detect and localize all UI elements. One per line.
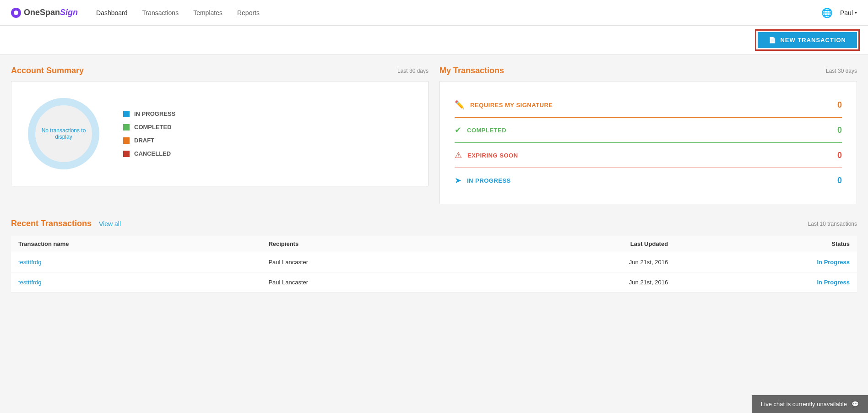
- account-summary-section: Account Summary Last 30 days No transact…: [11, 66, 429, 204]
- recent-transactions-title: Recent Transactions: [11, 219, 92, 228]
- legend: IN PROGRESS COMPLETED DRAFT CANCELL: [123, 110, 175, 157]
- header: OneSpanSign Dashboard Transactions Templ…: [0, 0, 868, 26]
- globe-icon[interactable]: 🌐: [821, 7, 833, 18]
- svg-rect-1: [123, 111, 130, 117]
- tx-recipients-cell: Paul Lancaster: [261, 272, 469, 293]
- legend-completed: COMPLETED: [123, 124, 175, 130]
- svg-rect-2: [123, 124, 130, 130]
- tx-recipients-cell: Paul Lancaster: [261, 252, 469, 272]
- view-all-link[interactable]: View all: [99, 220, 121, 228]
- donut-label: No transactions to display: [41, 127, 87, 140]
- col-status: Status: [675, 236, 857, 252]
- svg-rect-3: [123, 137, 130, 144]
- tx-row-in-progress[interactable]: ➤ IN PROGRESS 0: [455, 168, 842, 193]
- legend-in-progress-label: IN PROGRESS: [134, 110, 175, 117]
- tx-expiring-label: EXPIRING SOON: [467, 152, 518, 159]
- recent-title-row: Recent Transactions View all: [11, 219, 121, 228]
- nav-reports[interactable]: Reports: [237, 1, 260, 25]
- legend-in-progress: IN PROGRESS: [123, 110, 175, 117]
- logo-icon: [11, 8, 21, 18]
- send-icon: ➤: [455, 175, 461, 185]
- my-transactions-subtitle: Last 30 days: [826, 68, 857, 74]
- cancelled-dot-icon: [123, 151, 130, 157]
- status-badge: In Progress: [817, 279, 850, 286]
- tx-name-cell: testttfrdg: [11, 252, 261, 272]
- tx-in-progress-label: IN PROGRESS: [467, 177, 511, 184]
- table-header: Transaction name Recipients Last Updated…: [11, 236, 857, 252]
- tx-updated-cell: Jun 21st, 2016: [470, 272, 676, 293]
- account-summary-card: No transactions to display IN PROGRESS C…: [11, 81, 429, 186]
- logo-onespan: OneSpan: [24, 8, 60, 17]
- user-menu[interactable]: Paul ▾: [840, 9, 857, 16]
- username: Paul: [840, 9, 853, 16]
- my-transactions-card: ✏️ REQUIRES MY SIGNATURE 0 ✔ COMPLETED 0…: [439, 81, 857, 204]
- new-transaction-label: NEW TRANSACTION: [780, 37, 846, 43]
- tx-row-expiring[interactable]: ⚠ EXPIRING SOON 0: [455, 143, 842, 168]
- tx-status-cell: In Progress: [675, 272, 857, 293]
- nav-templates[interactable]: Templates: [193, 1, 222, 25]
- tx-name-link[interactable]: testttfrdg: [18, 279, 42, 286]
- tx-name-cell: testttfrdg: [11, 272, 261, 293]
- draft-dot-icon: [123, 137, 130, 144]
- account-summary-title: Account Summary: [11, 66, 84, 76]
- logo[interactable]: OneSpanSign: [11, 8, 78, 18]
- my-transactions-title: My Transactions: [439, 66, 504, 76]
- last-10-label: Last 10 transactions: [808, 221, 857, 227]
- transactions-table: Transaction name Recipients Last Updated…: [11, 236, 857, 293]
- legend-cancelled-label: CANCELLED: [134, 150, 171, 157]
- donut-chart: No transactions to display: [22, 92, 105, 175]
- tx-row-requires-signature[interactable]: ✏️ REQUIRES MY SIGNATURE 0: [455, 92, 842, 118]
- dashboard-row: Account Summary Last 30 days No transact…: [11, 66, 857, 204]
- new-transaction-button[interactable]: 📄 NEW TRANSACTION: [758, 32, 857, 48]
- tx-row-completed[interactable]: ✔ COMPLETED 0: [455, 118, 842, 143]
- tx-left-completed: ✔ COMPLETED: [455, 125, 506, 135]
- tx-requires-count: 0: [837, 100, 842, 110]
- pencil-icon: ✏️: [455, 100, 465, 110]
- my-transactions-header: My Transactions Last 30 days: [439, 66, 857, 76]
- tx-left-requires: ✏️ REQUIRES MY SIGNATURE: [455, 100, 553, 110]
- nav-transactions[interactable]: Transactions: [142, 1, 179, 25]
- toolbar: 📄 NEW TRANSACTION: [0, 26, 868, 55]
- table-body: testttfrdg Paul Lancaster Jun 21st, 2016…: [11, 252, 857, 293]
- col-transaction-name: Transaction name: [11, 236, 261, 252]
- warning-icon: ⚠: [455, 150, 462, 160]
- col-last-updated: Last Updated: [470, 236, 676, 252]
- nav-dashboard[interactable]: Dashboard: [96, 1, 128, 25]
- legend-completed-label: COMPLETED: [134, 124, 172, 130]
- table-row: testttfrdg Paul Lancaster Jun 21st, 2016…: [11, 272, 857, 293]
- tx-left-expiring: ⚠ EXPIRING SOON: [455, 150, 518, 160]
- logo-sign: Sign: [60, 8, 78, 17]
- recent-transactions-header: Recent Transactions View all Last 10 tra…: [11, 219, 857, 228]
- main-content: Account Summary Last 30 days No transact…: [0, 55, 868, 304]
- tx-completed-label: COMPLETED: [467, 127, 506, 134]
- in-progress-dot-icon: [123, 111, 130, 117]
- tx-completed-count: 0: [837, 125, 842, 135]
- tx-name-link[interactable]: testttfrdg: [18, 259, 42, 266]
- legend-draft-label: DRAFT: [134, 137, 154, 144]
- table-header-row: Transaction name Recipients Last Updated…: [11, 236, 857, 252]
- tx-updated-cell: Jun 21st, 2016: [470, 252, 676, 272]
- chevron-down-icon: ▾: [855, 10, 857, 15]
- chart-area: No transactions to display IN PROGRESS C…: [22, 92, 417, 175]
- tx-expiring-count: 0: [837, 151, 842, 160]
- checkmark-icon: ✔: [455, 125, 461, 135]
- main-nav: Dashboard Transactions Templates Reports: [96, 1, 821, 25]
- recent-transactions-section: Recent Transactions View all Last 10 tra…: [11, 219, 857, 293]
- legend-cancelled: CANCELLED: [123, 150, 175, 157]
- tx-status-cell: In Progress: [675, 252, 857, 272]
- svg-rect-4: [123, 151, 130, 157]
- legend-draft: DRAFT: [123, 137, 175, 144]
- account-summary-subtitle: Last 30 days: [397, 68, 429, 74]
- header-right: 🌐 Paul ▾: [821, 7, 857, 18]
- table-row: testttfrdg Paul Lancaster Jun 21st, 2016…: [11, 252, 857, 272]
- new-transaction-icon: 📄: [769, 37, 776, 43]
- col-recipients: Recipients: [261, 236, 469, 252]
- status-badge: In Progress: [817, 259, 850, 266]
- tx-in-progress-count: 0: [837, 176, 842, 185]
- completed-dot-icon: [123, 124, 130, 130]
- tx-requires-label: REQUIRES MY SIGNATURE: [470, 102, 553, 109]
- account-summary-header: Account Summary Last 30 days: [11, 66, 429, 76]
- tx-left-in-progress: ➤ IN PROGRESS: [455, 175, 511, 185]
- my-transactions-section: My Transactions Last 30 days ✏️ REQUIRES…: [439, 66, 857, 204]
